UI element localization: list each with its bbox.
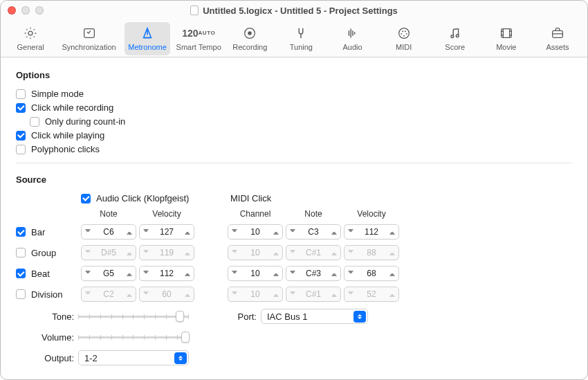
svg-point-8 [405, 30, 406, 32]
svg-point-5 [401, 33, 402, 35]
svg-point-3 [248, 31, 252, 35]
sync-icon [81, 26, 98, 41]
audio-click-label: Audio Click (Klopfgeist) [96, 193, 189, 203]
bar-midi-velocity-stepper[interactable]: 112 [344, 224, 399, 239]
row-label: Division [31, 289, 63, 300]
col-note: Note [81, 209, 136, 219]
division-midi-channel-stepper[interactable]: 10 [228, 287, 283, 302]
tab-assets[interactable]: Assets [535, 22, 580, 55]
checkbox-beat[interactable] [16, 269, 26, 278]
svg-point-0 [28, 31, 33, 35]
output-select[interactable]: 1-2 [78, 350, 189, 365]
close-window-button[interactable] [8, 6, 16, 15]
tab-label: General [17, 43, 44, 51]
group-midi-velocity-stepper[interactable]: 88 [344, 245, 399, 260]
tempo-icon: 120 AUTO [190, 26, 207, 41]
port-select[interactable]: IAC Bus 1 [261, 309, 368, 324]
beat-midi-note-stepper[interactable]: C#3 [286, 266, 341, 281]
group-midi-channel-stepper[interactable]: 10 [228, 245, 283, 260]
beat-midi-channel-stepper[interactable]: 10 [228, 266, 283, 281]
option-label: Polyphonic clicks [31, 144, 100, 154]
row-label: Beat [31, 269, 50, 279]
group-note-stepper[interactable]: D#5 [81, 245, 136, 260]
row-label: Bar [31, 227, 45, 237]
option-label: Click while playing [31, 130, 104, 141]
tab-metronome[interactable]: Metronome [125, 22, 170, 55]
bar-midi-note-stepper[interactable]: C3 [286, 224, 341, 239]
col-channel: Channel [228, 209, 283, 219]
row-label: Group [31, 248, 56, 258]
checkbox-group[interactable] [16, 248, 26, 257]
col-velocity: Velocity [139, 209, 194, 219]
tab-midi[interactable]: MIDI [381, 22, 427, 55]
music-notes-icon [447, 26, 463, 41]
tab-label: Audio [342, 43, 362, 51]
svg-rect-1 [84, 29, 94, 38]
tab-label: Movie [496, 43, 516, 51]
svg-point-4 [398, 28, 409, 39]
checkbox-click-recording[interactable] [16, 103, 26, 113]
midi-port-icon [396, 26, 412, 41]
checkbox-only-count-in[interactable] [30, 117, 39, 127]
popup-arrows-icon [353, 311, 366, 323]
checkbox-polyphonic[interactable] [16, 145, 26, 154]
tab-general[interactable]: General [8, 22, 53, 55]
popup-arrows-icon [174, 352, 187, 364]
tab-score[interactable]: Score [432, 22, 478, 55]
tab-tuning[interactable]: Tuning [278, 22, 324, 55]
svg-point-10 [451, 35, 454, 38]
briefcase-icon [549, 26, 566, 41]
volume-slider[interactable] [78, 331, 189, 343]
division-midi-note-stepper[interactable]: C#1 [286, 287, 341, 302]
output-label: Output: [16, 353, 78, 363]
tab-audio[interactable]: Audio [329, 22, 375, 55]
waveform-icon [344, 26, 360, 41]
bar-velocity-stepper[interactable]: 127 [139, 224, 194, 239]
tab-label: Score [445, 43, 465, 51]
checkbox-simple-mode[interactable] [16, 89, 26, 99]
section-divider [16, 163, 572, 163]
minimize-window-button[interactable] [21, 6, 30, 15]
bar-note-stepper[interactable]: C6 [81, 224, 136, 239]
toolbar: General Synchronization Metronome 120 AU… [1, 20, 587, 57]
option-label: Click while recording [31, 102, 113, 113]
record-icon [241, 26, 258, 41]
checkbox-audio-click[interactable] [81, 194, 91, 203]
window-titlebar: Untitled 5.logicx - Untitled 5 - Project… [1, 1, 587, 20]
metronome-icon [139, 26, 156, 41]
gear-icon [22, 26, 39, 41]
checkbox-division[interactable] [16, 289, 26, 299]
division-note-stepper[interactable]: C2 [81, 287, 136, 302]
group-midi-note-stepper[interactable]: C#1 [286, 245, 341, 260]
zoom-window-button[interactable] [35, 6, 44, 15]
col-midi-velocity: Velocity [344, 209, 399, 219]
svg-point-6 [405, 33, 407, 35]
bar-midi-channel-stepper[interactable]: 10 [228, 224, 283, 239]
tab-label: Synchronization [62, 43, 116, 51]
tab-recording[interactable]: Recording [227, 22, 273, 55]
checkbox-click-playing[interactable] [16, 131, 26, 141]
option-label: Only during count-in [45, 116, 125, 127]
tab-smart-tempo[interactable]: 120 AUTO Smart Tempo [176, 22, 221, 55]
window-controls [8, 6, 44, 15]
checkbox-bar[interactable] [16, 227, 26, 237]
tab-label: Recording [232, 43, 267, 51]
division-velocity-stepper[interactable]: 60 [139, 287, 194, 302]
midi-click-label: MIDI Click [228, 193, 399, 203]
tab-movie[interactable]: Movie [484, 22, 529, 55]
port-label: Port: [219, 311, 261, 322]
tab-synchronization[interactable]: Synchronization [59, 22, 119, 55]
division-midi-velocity-stepper[interactable]: 52 [344, 287, 399, 302]
volume-label: Volume: [16, 332, 78, 343]
window-title: Untitled 5.logicx - Untitled 5 - Project… [203, 6, 398, 16]
group-velocity-stepper[interactable]: 119 [139, 245, 194, 260]
beat-velocity-stepper[interactable]: 112 [139, 266, 194, 281]
tab-label: Smart Tempo [176, 43, 221, 51]
beat-midi-velocity-stepper[interactable]: 68 [344, 266, 399, 281]
tab-label: Assets [546, 43, 569, 51]
option-label: Simple mode [31, 89, 84, 99]
svg-point-9 [403, 35, 405, 37]
beat-note-stepper[interactable]: G5 [81, 266, 136, 281]
svg-point-7 [402, 30, 403, 32]
tone-slider[interactable] [78, 310, 189, 323]
